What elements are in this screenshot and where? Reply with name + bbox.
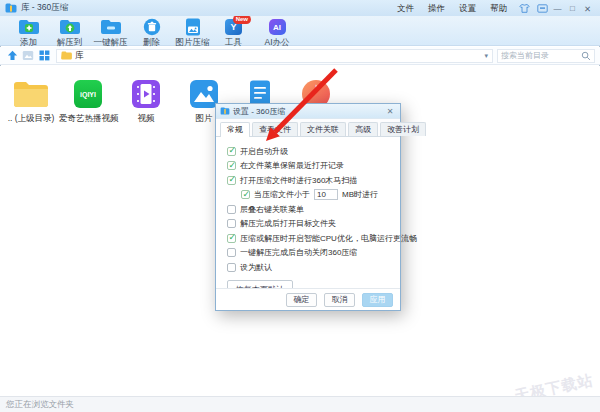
folder-icon [2,72,60,108]
minimize-button[interactable]: — [550,3,565,15]
option-auto-upgrade[interactable]: 开启自动升级 [227,144,400,159]
file-item-parent-dir[interactable]: .. (上级目录) [2,72,60,125]
option-label: 压缩或解压时开启智能CPU优化，电脑运行更流畅 [240,233,417,244]
folder-icon [61,51,72,60]
menu-settings[interactable]: 设置 [452,3,483,15]
main-toolbar: 添加 解压到 一键解压 删除 图片压缩 New [0,16,600,46]
toolbar-add-button[interactable]: 添加 [8,18,49,49]
option-label: 打开压缩文件时进行360木马扫描 [240,175,357,186]
checkbox[interactable] [227,248,236,257]
menu-file[interactable]: 文件 [390,3,421,15]
grid-view-icon[interactable] [37,49,51,62]
window-title: 库 - 360压缩 [21,2,68,14]
dialog-close-button[interactable]: ✕ [384,107,396,116]
option-label: 设为默认 [240,262,272,273]
tab-advanced[interactable]: 高级 [348,122,378,136]
trash-icon [143,18,161,36]
status-bar: 您正在浏览文件夹 [0,396,600,412]
app-logo-icon [5,3,17,13]
search-input[interactable] [501,51,581,60]
toolbar-extract-to-button[interactable]: 解压到 [49,18,90,49]
search-box[interactable] [497,49,595,63]
option-cascade-menu[interactable]: 层叠右键关联菜单 [227,202,400,217]
option-label: 当压缩文件小于 [254,189,310,200]
option-label-suffix: MB时进行 [342,189,378,200]
iqiyi-icon: iQIYI [59,72,117,108]
file-item-iqiyi-videos[interactable]: iQIYI 爱奇艺热播视频 [59,72,117,125]
status-text: 您正在浏览文件夹 [6,399,74,409]
option-recent-records[interactable]: 在文件菜单保留最近打开记录 [227,159,400,174]
option-cpu-optimization[interactable]: 压缩或解压时开启智能CPU优化，电脑运行更流畅 [227,231,400,246]
dialog-footer: 确定 取消 应用 [216,288,400,310]
tab-view-file[interactable]: 查看文件 [252,122,298,136]
checkbox[interactable] [227,176,236,185]
tab-improvement-plan[interactable]: 改善计划 [380,122,426,136]
video-icon [117,72,175,108]
toolbar-delete-button[interactable]: 删除 [131,18,172,49]
checkbox[interactable] [227,219,236,228]
skin-icon[interactable] [516,3,532,15]
feedback-icon[interactable] [534,3,550,15]
toolbar-image-compress-button[interactable]: 图片压缩 [172,18,213,49]
maximize-button[interactable]: □ [565,3,580,15]
app-window: 库 - 360压缩 文件 操作 设置 帮助 — □ ✕ 添加 解压到 [0,0,600,412]
current-path: 库 [75,50,84,62]
menu-operation[interactable]: 操作 [421,3,452,15]
option-size-threshold[interactable]: 当压缩文件小于 MB时进行 [241,188,400,203]
toolbar-one-key-extract-button[interactable]: 一键解压 [90,18,131,49]
checkbox[interactable] [227,205,236,214]
cancel-button[interactable]: 取消 [324,293,355,307]
address-path-field[interactable]: 库 ▾ [56,49,493,63]
dialog-app-icon [220,107,230,115]
option-auto-close[interactable]: 一键解压完成后自动关闭360压缩 [227,246,400,261]
option-open-target-folder[interactable]: 解压完成后打开目标文件夹 [227,217,400,232]
up-directory-icon[interactable] [5,49,19,62]
extract-to-icon [59,18,81,36]
file-label: 视频 [117,113,175,125]
checkbox[interactable] [241,190,250,199]
image-file-icon [185,18,201,36]
dialog-title-bar: 设置 - 360压缩 ✕ [216,104,400,119]
settings-dialog: 设置 - 360压缩 ✕ 常规 查看文件 文件关联 高级 改善计划 开启自动升级… [215,103,401,311]
dialog-tab-bar: 常规 查看文件 文件关联 高级 改善计划 [216,119,400,137]
option-trojan-scan[interactable]: 打开压缩文件时进行360木马扫描 [227,173,400,188]
option-label: 在文件菜单保留最近打开记录 [240,160,344,171]
add-folder-icon [18,18,40,36]
address-bar: 库 ▾ [0,47,600,65]
file-label: .. (上级目录) [2,113,60,125]
checkbox[interactable] [227,234,236,243]
size-threshold-input[interactable] [314,189,338,200]
toolbar-tools-button[interactable]: New Y 工具 [213,18,254,49]
option-set-default[interactable]: 设为默认 [227,260,400,275]
menu-bar: 文件 操作 设置 帮助 — □ ✕ [390,2,595,15]
file-item-videos[interactable]: 视频 [117,72,175,125]
menu-help[interactable]: 帮助 [483,3,514,15]
toolbar-ai-office-button[interactable]: AI AI办公 [254,18,300,49]
dialog-title: 设置 - 360压缩 [233,106,285,117]
dialog-body: 开启自动升级 在文件菜单保留最近打开记录 打开压缩文件时进行360木马扫描 当压… [216,137,400,299]
option-label: 一键解压完成后自动关闭360压缩 [240,247,357,258]
tab-file-association[interactable]: 文件关联 [300,122,346,136]
ok-button[interactable]: 确定 [286,293,317,307]
file-label: 爱奇艺热播视频 [59,113,117,125]
new-badge: New [233,15,251,24]
search-icon[interactable] [581,51,591,61]
one-key-extract-icon [100,18,122,36]
view-mode-icon[interactable] [21,49,35,62]
option-label: 解压完成后打开目标文件夹 [240,218,336,229]
checkbox[interactable] [227,147,236,156]
close-button[interactable]: ✕ [580,3,595,15]
checkbox[interactable] [227,161,236,170]
option-label: 层叠右键关联菜单 [240,204,304,215]
apply-button[interactable]: 应用 [362,293,393,307]
tab-general[interactable]: 常规 [220,122,250,137]
dropdown-icon[interactable]: ▾ [484,52,488,60]
option-label: 开启自动升级 [240,146,288,157]
checkbox[interactable] [227,263,236,272]
ai-office-icon: AI [269,18,286,36]
